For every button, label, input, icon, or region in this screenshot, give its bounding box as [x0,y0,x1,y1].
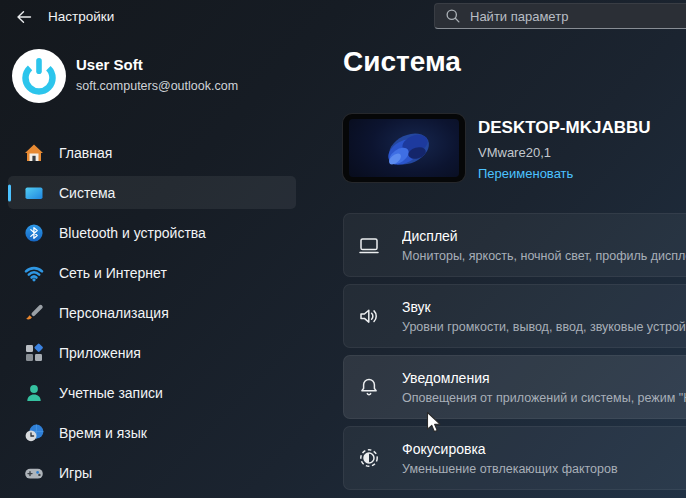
power-logo-icon [12,49,66,103]
row-title: Звук [402,299,686,315]
sidebar-item-label: Игры [59,465,92,481]
rename-link[interactable]: Переименовать [478,166,686,181]
row-title: Дисплей [402,228,686,244]
settings-row-notifications[interactable]: Уведомления Оповещения от приложений и с… [343,355,686,419]
device-model: VMware20,1 [478,145,686,160]
sidebar-nav: Главная Система Bluetooth и устройства [8,136,296,496]
search-icon [445,8,461,24]
sidebar-item-label: Главная [59,145,112,161]
sidebar-item-label: Персонализация [59,305,169,321]
sidebar-item-label: Учетные записи [59,385,163,401]
network-icon [24,263,44,283]
row-title: Фокусировка [402,441,618,457]
settings-row-sound[interactable]: Звук Уровни громкости, вывод, ввод, звук… [343,284,686,348]
row-subtitle: Мониторы, яркость, ночной свет, профиль … [402,249,686,263]
sidebar-item-accounts[interactable]: Учетные записи [8,376,296,409]
sidebar-item-label: Время и язык [59,425,147,441]
avatar[interactable] [12,49,66,103]
accounts-icon [24,383,44,403]
row-subtitle: Уменьшение отвлекающих факторов [402,462,618,476]
sound-icon [358,305,380,327]
back-arrow-icon [15,8,33,26]
sidebar-item-system[interactable]: Система [8,176,296,209]
sidebar-item-label: Bluetooth и устройства [59,225,206,241]
games-icon [24,463,44,483]
row-subtitle: Уровни громкости, вывод, ввод, звуковые … [402,320,686,334]
sidebar-item-personalization[interactable]: Персонализация [8,296,296,329]
row-title: Уведомления [402,370,686,386]
sidebar-item-time-language[interactable]: Время и язык [8,416,296,449]
bluetooth-icon [24,223,44,243]
time-language-icon [24,423,44,443]
home-icon [24,143,44,163]
sidebar-item-bluetooth-devices[interactable]: Bluetooth и устройства [8,216,296,249]
settings-list: Дисплей Мониторы, яркость, ночной свет, … [343,213,686,490]
row-subtitle: Оповещения от приложений и системы, режи… [402,391,686,405]
device-image [343,114,465,182]
user-email: soft.computers@outlook.com [76,79,238,93]
settings-row-focus[interactable]: Фокусировка Уменьшение отвлекающих факто… [343,426,686,490]
device-card: DESKTOP-MKJABBU VMware20,1 Переименовать [343,114,465,182]
bloom-wallpaper-icon [349,119,459,177]
display-icon [358,234,380,256]
focus-icon [358,447,380,469]
apps-icon [24,343,44,363]
notifications-icon [358,376,380,398]
personalization-icon [24,303,44,323]
window-title: Настройки [48,9,114,24]
device-wallpaper [349,119,459,177]
search-box[interactable] [434,3,686,29]
device-name: DESKTOP-MKJABBU [478,118,686,138]
settings-row-display[interactable]: Дисплей Мониторы, яркость, ночной свет, … [343,213,686,277]
sidebar-item-home[interactable]: Главная [8,136,296,169]
page-title: Система [343,46,461,78]
system-icon [24,183,44,203]
sidebar-item-network-internet[interactable]: Сеть и Интернет [8,256,296,289]
sidebar-item-apps[interactable]: Приложения [8,336,296,369]
back-button[interactable] [12,5,36,29]
user-account-block[interactable]: User Soft soft.computers@outlook.com [76,56,238,93]
sidebar-item-games[interactable]: Игры [8,456,296,489]
device-info: DESKTOP-MKJABBU VMware20,1 Переименовать [478,118,686,181]
sidebar-item-label: Система [59,185,115,201]
sidebar-item-label: Приложения [59,345,141,361]
search-input[interactable] [470,9,660,24]
user-name: User Soft [76,56,238,73]
sidebar-item-label: Сеть и Интернет [59,265,167,281]
